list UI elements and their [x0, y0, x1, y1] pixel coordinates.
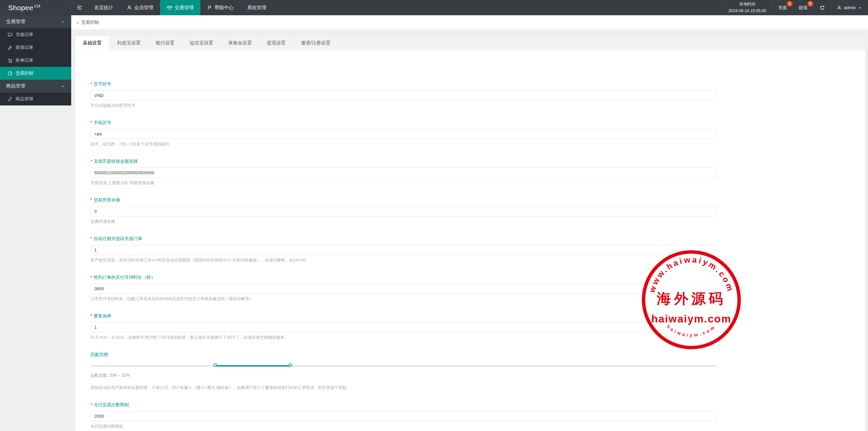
form-field: *抢到订单的支付等待时长（秒） 订单支付等待时长，匹配订单后未在此时间内完成支付… [91, 274, 717, 302]
field-help: 0=不允许，1=允许，如果昨天用户做了VIP1级别的单，那么他今天就做不了VIP… [91, 335, 717, 340]
chevron-down-icon [61, 84, 65, 89]
field-label: *交易所需余额 [91, 197, 717, 203]
slider-track [91, 365, 717, 367]
hamburger-menu-icon[interactable] [71, 0, 87, 15]
form-field: *自动过期并驳回充值订单 客户提交充值，未支付的充值订单x小时后自动过期驳回（驳… [91, 236, 717, 263]
sidebar-group-transactions[interactable]: 交易管理 [0, 15, 71, 28]
person-icon [127, 5, 132, 10]
tab-interest-settings[interactable]: 利息宝设置 [110, 36, 148, 50]
recharge-badge: 1 [787, 1, 792, 6]
nav-item-help-center[interactable]: 帮助中心 [200, 0, 240, 15]
local-time: 当地时间 2024-09-14 15:05:00 [722, 0, 772, 15]
refresh-icon [820, 5, 825, 11]
field-label: *自动过期并驳回充值订单 [91, 236, 717, 242]
user-menu[interactable]: admin [831, 0, 868, 15]
breadcrumb-chevrons: » [76, 20, 79, 25]
form-field: *重复做单 0=不允许，1=允许，如果昨天用户做了VIP1级别的单，那么他今天就… [91, 313, 717, 340]
local-time-value: 2024-09-14 15:05:00 [728, 8, 766, 14]
form-field: *充值页面快捷金额选择 充值页面 上面显示的 快捷充值金额 [91, 158, 717, 186]
nav-item-members[interactable]: 会员管理 [120, 0, 160, 15]
flag-icon [207, 5, 212, 10]
field-help: 客户提交充值，未支付的充值订单x小时后自动过期驳回（驳回内容在帮助中心-文本内容… [91, 257, 717, 263]
field-input[interactable] [91, 283, 717, 294]
main-nav: 首页统计 会员管理 交易管理 帮助中心 系统管理 [87, 0, 273, 15]
field-input[interactable] [91, 206, 717, 216]
field-help: 交易所需余额 [91, 219, 717, 224]
required-asterisk: * [91, 159, 92, 164]
field-input[interactable] [91, 411, 717, 421]
form-field: *当日交易次数限制 当日交易次数限制 [91, 402, 717, 429]
refresh-button[interactable] [813, 0, 831, 15]
field-input[interactable] [91, 90, 717, 100]
tab-invite-register-settings[interactable]: 邀请/注册设置 [293, 36, 338, 50]
required-asterisk: * [91, 120, 92, 125]
topbar-right: 当地时间 2024-09-14 15:05:00 充值 1 提现 0 admin [722, 0, 868, 15]
sidebar: 交易管理 充值记录 提现记录 抢单记录 交易控制 商品管理 商品管理 [0, 15, 71, 105]
slider-active-segment [216, 365, 291, 367]
field-label: *当日交易次数限制 [91, 402, 717, 408]
recharge-notify-button[interactable]: 充值 1 [772, 0, 793, 15]
field-input[interactable] [91, 129, 717, 139]
logo-text: Shopee [8, 4, 33, 12]
sidebar-item-product-management[interactable]: 商品管理 [0, 93, 71, 105]
local-time-label: 当地时间 [739, 1, 755, 7]
form-field-slider: 匹配范围 匹配范围: 20% ~ 32% 系统自动给用户派单的金额范围，计算公式… [91, 352, 717, 391]
form-field: *货币符号 平台前端显示的货币符号 [91, 81, 717, 109]
field-input[interactable] [91, 168, 717, 178]
required-asterisk: * [91, 197, 92, 202]
field-label: 匹配范围 [91, 352, 717, 358]
field-label: *手机区号 [91, 120, 717, 126]
slider-handle-min[interactable] [214, 364, 217, 367]
field-help: 充值页面 上面显示的 快捷充值金额 [91, 180, 717, 186]
required-asterisk: * [91, 402, 92, 407]
form-field: *交易所需余额 交易所需余额 [91, 197, 717, 224]
required-asterisk: * [91, 275, 92, 280]
required-asterisk: * [91, 313, 92, 318]
page-title: 交易控制 [81, 19, 99, 25]
field-help: 订单支付等待时长，匹配订单后未在此时间内完成支付提交订单将会被冻结（需后台解冻） [91, 296, 717, 302]
cart-icon [7, 58, 13, 63]
scales-icon [167, 5, 172, 11]
nav-item-transactions[interactable]: 交易管理 [160, 0, 200, 15]
form-field: *手机区号 区号，如巴西：+55 = 55(多个区号用|5隔开) [91, 120, 717, 147]
comment-icon [7, 32, 13, 37]
tab-withdraw-settings[interactable]: 提现设置 [259, 36, 293, 50]
slider-range-text: 匹配范围: 20% ~ 32% [91, 373, 717, 378]
user-icon [837, 5, 842, 10]
nav-item-home-stats[interactable]: 首页统计 [87, 0, 120, 15]
field-help: 平台前端显示的货币符号 [91, 103, 717, 109]
tab-basic-settings[interactable]: 基础设置 [75, 36, 110, 50]
required-asterisk: * [91, 236, 92, 241]
sidebar-item-recharge-records[interactable]: 充值记录 [0, 28, 71, 41]
gavel-icon [7, 45, 13, 50]
required-asterisk: * [91, 81, 92, 86]
main-content: » 交易控制 基础设置 利息宝设置 银行设置 短信宝设置 体验金设置 提现设置 … [71, 0, 868, 431]
field-input[interactable] [91, 322, 717, 332]
basic-settings-form: *货币符号 平台前端显示的货币符号 *手机区号 区号，如巴西：+55 = 55(… [75, 50, 717, 431]
chevron-up-icon [858, 6, 862, 10]
tab-trial-fund-settings[interactable]: 体验金设置 [221, 36, 259, 50]
top-bar: ShopeeV18 首页统计 会员管理 交易管理 帮助中心 系统管理 当地时间 … [0, 0, 868, 15]
field-help: 系统自动给用户派单的金额范围，计算公式：用户余额 x （最小~最大 随机值），如… [91, 385, 717, 391]
tab-sms-settings[interactable]: 短信宝设置 [182, 36, 221, 50]
tab-bank-settings[interactable]: 银行设置 [148, 36, 182, 50]
settings-tabs: 基础设置 利息宝设置 银行设置 短信宝设置 体验金设置 提现设置 邀请/注册设置 [75, 36, 865, 50]
chevron-down-icon [61, 20, 65, 24]
sidebar-item-transaction-control[interactable]: 交易控制 [0, 67, 71, 80]
field-help: 当日交易次数限制 [91, 424, 717, 429]
link-icon [7, 97, 13, 102]
nav-item-system[interactable]: 系统管理 [240, 0, 273, 15]
field-label: *充值页面快捷金额选择 [91, 158, 717, 164]
withdraw-notify-button[interactable]: 提现 0 [793, 0, 813, 15]
logo: ShopeeV18 [0, 0, 71, 15]
dashboard-icon [7, 71, 13, 76]
field-input[interactable] [91, 245, 717, 255]
field-label: *重复做单 [91, 313, 717, 319]
logo-version: V18 [34, 4, 40, 8]
withdraw-badge: 0 [808, 1, 813, 6]
sidebar-item-withdraw-records[interactable]: 提现记录 [0, 41, 71, 54]
sidebar-group-products[interactable]: 商品管理 [0, 80, 71, 93]
sidebar-item-order-grab-records[interactable]: 抢单记录 [0, 54, 71, 67]
match-range-slider[interactable] [91, 364, 717, 368]
username: admin [844, 5, 856, 10]
